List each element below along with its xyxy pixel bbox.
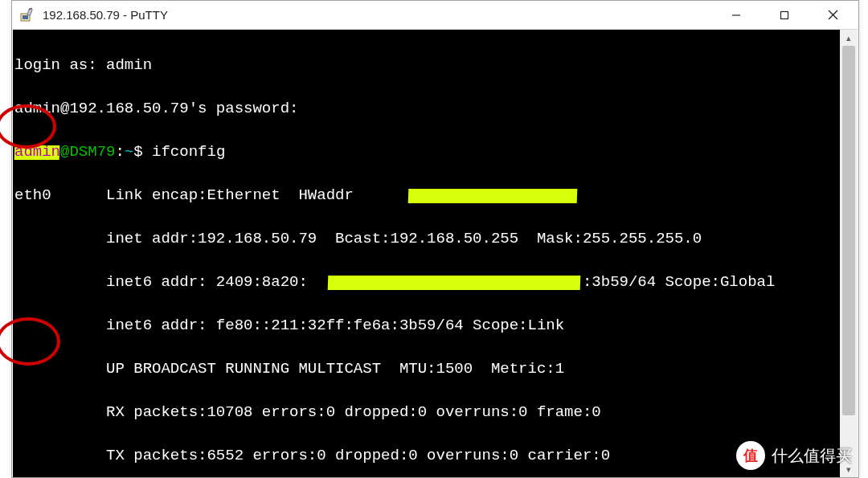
login-user: admin [106, 56, 152, 74]
login-prompt: login as: [14, 56, 106, 74]
watermark-badge: 值 [736, 441, 765, 470]
prompt-user: admin [14, 143, 60, 161]
terminal-area: login as: admin admin@192.168.50.79's pa… [13, 30, 858, 477]
titlebar[interactable]: 192.168.50.79 - PuTTY [12, 1, 858, 30]
eth0-name: eth0 [14, 186, 51, 204]
putty-icon [18, 7, 35, 23]
svg-rect-5 [781, 11, 788, 18]
watermark: 值 什么值得买 [736, 441, 852, 470]
password-line: admin@192.168.50.79's password: [14, 100, 298, 117]
window-controls [712, 2, 857, 29]
svg-rect-1 [23, 15, 28, 19]
scrollbar[interactable]: ▴ ▾ [840, 30, 858, 477]
scroll-thumb[interactable] [842, 46, 855, 415]
eth0-flags: UP BROADCAST RUNNING MULTICAST MTU:1500 … [14, 360, 564, 378]
prompt-host: DSM79 [69, 143, 115, 161]
putty-window: 192.168.50.79 - PuTTY login as: admin ad… [11, 0, 859, 478]
watermark-text: 什么值得买 [772, 445, 852, 467]
terminal-output[interactable]: login as: admin admin@192.168.50.79's pa… [13, 30, 840, 477]
eth0-rx-packets: RX packets:10708 errors:0 dropped:0 over… [14, 403, 601, 421]
prompt-path: ~ [125, 143, 133, 161]
eth0-tx-packets: TX packets:6552 errors:0 dropped:0 overr… [14, 447, 610, 464]
scroll-up-arrow[interactable]: ▴ [840, 30, 858, 46]
maximize-button[interactable] [760, 2, 809, 29]
eth0-inet: inet addr:192.168.50.79 Bcast:192.168.50… [14, 230, 702, 247]
command: ifconfig [152, 143, 225, 161]
window-title: 192.168.50.79 - PuTTY [43, 8, 712, 22]
eth0-inet6-link: inet6 addr: fe80::211:32ff:fe6a:3b59/64 … [14, 317, 564, 334]
close-button[interactable] [809, 2, 857, 29]
minimize-button[interactable] [712, 2, 760, 29]
